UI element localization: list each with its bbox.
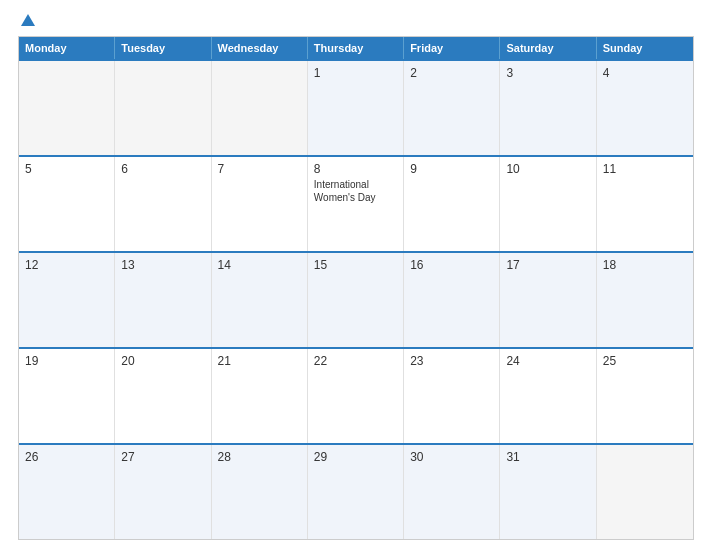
cal-cell: 2 [404, 61, 500, 155]
cal-cell [212, 61, 308, 155]
day-header-wednesday: Wednesday [212, 37, 308, 59]
cal-cell: 21 [212, 349, 308, 443]
day-number: 28 [218, 450, 301, 464]
cal-cell: 14 [212, 253, 308, 347]
cal-cell: 1 [308, 61, 404, 155]
cal-cell: 12 [19, 253, 115, 347]
day-number: 15 [314, 258, 397, 272]
day-number: 18 [603, 258, 687, 272]
cal-cell: 23 [404, 349, 500, 443]
day-number: 9 [410, 162, 493, 176]
cal-cell: 28 [212, 445, 308, 539]
day-number: 26 [25, 450, 108, 464]
day-number: 13 [121, 258, 204, 272]
page: MondayTuesdayWednesdayThursdayFridaySatu… [0, 0, 712, 550]
logo [18, 14, 35, 28]
cal-cell: 13 [115, 253, 211, 347]
day-number: 24 [506, 354, 589, 368]
day-number: 22 [314, 354, 397, 368]
week-row-4: 19202122232425 [19, 347, 693, 443]
cal-cell: 4 [597, 61, 693, 155]
week-row-1: 1234 [19, 59, 693, 155]
cal-cell: 5 [19, 157, 115, 251]
calendar-body: 12345678International Women's Day9101112… [19, 59, 693, 539]
cal-cell: 18 [597, 253, 693, 347]
cal-cell: 11 [597, 157, 693, 251]
day-number: 27 [121, 450, 204, 464]
cal-cell: 6 [115, 157, 211, 251]
cal-cell: 29 [308, 445, 404, 539]
cal-cell: 10 [500, 157, 596, 251]
day-number: 5 [25, 162, 108, 176]
week-row-5: 262728293031 [19, 443, 693, 539]
day-number: 19 [25, 354, 108, 368]
cal-cell: 25 [597, 349, 693, 443]
cal-cell: 26 [19, 445, 115, 539]
cal-cell [115, 61, 211, 155]
cal-cell: 30 [404, 445, 500, 539]
cal-cell: 7 [212, 157, 308, 251]
day-number: 25 [603, 354, 687, 368]
event-label: International Women's Day [314, 178, 397, 204]
cal-cell: 15 [308, 253, 404, 347]
cal-cell: 24 [500, 349, 596, 443]
cal-cell: 31 [500, 445, 596, 539]
day-header-tuesday: Tuesday [115, 37, 211, 59]
day-number: 7 [218, 162, 301, 176]
cal-cell [19, 61, 115, 155]
cal-cell: 20 [115, 349, 211, 443]
header [18, 14, 694, 28]
day-number: 1 [314, 66, 397, 80]
day-number: 23 [410, 354, 493, 368]
logo-triangle-icon [21, 14, 35, 26]
day-number: 8 [314, 162, 397, 176]
day-number: 14 [218, 258, 301, 272]
day-number: 17 [506, 258, 589, 272]
cal-cell: 9 [404, 157, 500, 251]
cal-cell: 17 [500, 253, 596, 347]
day-number: 4 [603, 66, 687, 80]
day-number: 29 [314, 450, 397, 464]
day-number: 20 [121, 354, 204, 368]
day-number: 30 [410, 450, 493, 464]
day-number: 31 [506, 450, 589, 464]
cal-cell: 22 [308, 349, 404, 443]
day-number: 10 [506, 162, 589, 176]
cal-cell [597, 445, 693, 539]
day-number: 12 [25, 258, 108, 272]
day-number: 11 [603, 162, 687, 176]
calendar-header: MondayTuesdayWednesdayThursdayFridaySatu… [19, 37, 693, 59]
day-header-monday: Monday [19, 37, 115, 59]
day-number: 16 [410, 258, 493, 272]
day-header-saturday: Saturday [500, 37, 596, 59]
day-number: 6 [121, 162, 204, 176]
cal-cell: 27 [115, 445, 211, 539]
cal-cell: 16 [404, 253, 500, 347]
week-row-2: 5678International Women's Day91011 [19, 155, 693, 251]
day-number: 3 [506, 66, 589, 80]
cal-cell: 8International Women's Day [308, 157, 404, 251]
day-number: 2 [410, 66, 493, 80]
day-header-sunday: Sunday [597, 37, 693, 59]
day-header-thursday: Thursday [308, 37, 404, 59]
week-row-3: 12131415161718 [19, 251, 693, 347]
calendar: MondayTuesdayWednesdayThursdayFridaySatu… [18, 36, 694, 540]
cal-cell: 3 [500, 61, 596, 155]
cal-cell: 19 [19, 349, 115, 443]
day-header-friday: Friday [404, 37, 500, 59]
day-number: 21 [218, 354, 301, 368]
